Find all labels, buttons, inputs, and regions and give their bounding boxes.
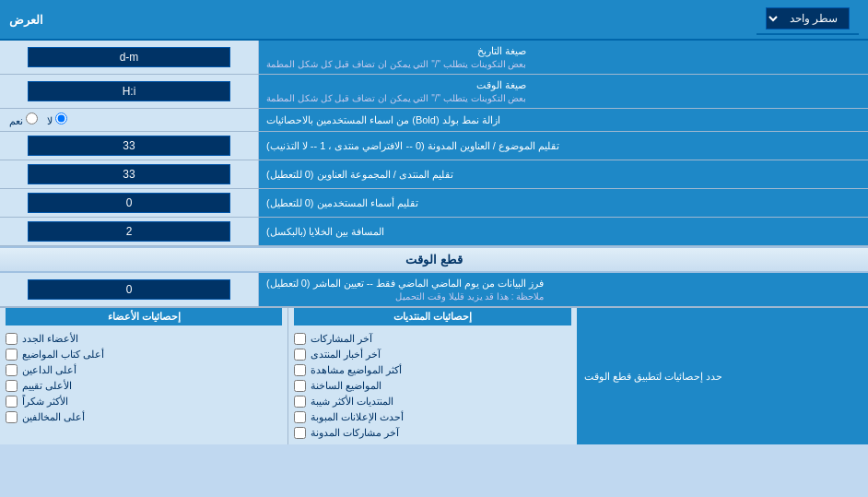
bold-remove-row: ازالة نمط بولد (Bold) من اسماء المستخدمي… — [0, 109, 868, 132]
forum-stats-col: إحصائيات المنتديات آخر المشاركات آخر أخب… — [287, 308, 576, 444]
checkbox-item-top-posters: أعلى كتاب المواضيع — [6, 349, 282, 361]
checkbox-item-hot-topics: المواضيع الساخنة — [294, 380, 570, 392]
bold-remove-radio-cell: لا نعم — [0, 109, 258, 131]
bold-yes-radio[interactable] — [26, 112, 38, 124]
checkbox-item-top-rated: الأعلى تقييم — [6, 380, 282, 392]
bold-no-label: لا — [47, 112, 67, 127]
time-cut-header: قطع الوقت — [0, 246, 868, 273]
bold-yes-label: نعم — [9, 112, 38, 127]
time-cut-label: فرز البيانات من يوم الماضي الماضي فقط --… — [258, 273, 868, 306]
display-select[interactable]: سطر واحد سطرين ثلاثة أسطر — [766, 7, 850, 30]
checkbox-item-popular-forums: المنتديات الأكثر شيبة — [294, 396, 570, 408]
date-format-input-cell — [0, 41, 258, 74]
topics-titles-input-cell — [0, 132, 258, 160]
checkbox-item-top-inviters: أعلى الداعين — [6, 364, 282, 376]
time-format-input-cell — [0, 75, 258, 108]
checkbox-new-members[interactable] — [6, 333, 18, 345]
checkbox-top-posters[interactable] — [6, 349, 18, 361]
member-stats-col: إحصائيات الأعضاء الأعضاء الجدد أعلى كتاب… — [0, 308, 287, 444]
bold-no-radio[interactable] — [55, 112, 67, 124]
time-cut-input[interactable] — [28, 279, 230, 300]
checkbox-most-viewed[interactable] — [294, 364, 306, 376]
forum-topics-row: تقليم المنتدى / المجموعة العناوين (0 للت… — [0, 160, 868, 189]
checkbox-section: حدد إحصائيات لتطبيق قطع الوقت إحصائيات ا… — [0, 307, 868, 444]
topics-titles-label: تقليم الموضوع / العناوين المدونة (0 -- ا… — [258, 132, 868, 160]
bold-remove-label: ازالة نمط بولد (Bold) من اسماء المستخدمي… — [258, 109, 868, 131]
checkbox-hot-topics[interactable] — [294, 380, 306, 392]
cell-spacing-row: المسافة بين الخلايا (بالبكسل) — [0, 218, 868, 246]
time-format-row: صيغة الوقت بعض التكوينات يتطلب "/" التي … — [0, 75, 868, 109]
cell-spacing-input[interactable] — [28, 221, 230, 242]
cell-spacing-label: المسافة بين الخلايا (بالبكسل) — [258, 218, 868, 245]
forum-topics-label: تقليم المنتدى / المجموعة العناوين (0 للت… — [258, 160, 868, 188]
forum-topics-input[interactable] — [28, 164, 230, 184]
checkbox-item-classified-ads: أحدث الإعلانات المبوبة — [294, 411, 570, 423]
time-format-label: صيغة الوقت بعض التكوينات يتطلب "/" التي … — [258, 75, 868, 108]
usernames-input[interactable] — [28, 193, 230, 213]
topics-titles-row: تقليم الموضوع / العناوين المدونة (0 -- ا… — [0, 132, 868, 160]
forum-topics-input-cell — [0, 160, 258, 188]
checkbox-item-blog-posts: آخر مشاركات المدونة — [294, 427, 570, 439]
checkbox-shares[interactable] — [294, 333, 306, 345]
checkbox-popular-forums[interactable] — [294, 396, 306, 408]
checkbox-top-violators[interactable] — [6, 411, 18, 423]
member-stats-header: إحصائيات الأعضاء — [6, 308, 282, 325]
usernames-input-cell — [0, 189, 258, 217]
select-wrap: سطر واحد سطرين ثلاثة أسطر — [757, 4, 859, 35]
main-header: سطر واحد سطرين ثلاثة أسطر العرض — [0, 0, 868, 41]
checkbox-forum-news[interactable] — [294, 349, 306, 361]
time-cut-row: فرز البيانات من يوم الماضي الماضي فقط --… — [0, 273, 868, 307]
checkbox-item-shares: آخر المشاركات — [294, 333, 570, 345]
stats-limit-label: حدد إحصائيات لتطبيق قطع الوقت — [577, 308, 868, 444]
checkbox-blog-posts[interactable] — [294, 427, 306, 439]
checkbox-item-most-viewed: أكثر المواضيع مشاهدة — [294, 364, 570, 376]
checkbox-top-rated[interactable] — [6, 380, 18, 392]
cell-spacing-input-cell — [0, 218, 258, 245]
time-cut-input-cell — [0, 273, 258, 306]
checkbox-item-forum-news: آخر أخبار المنتدى — [294, 349, 570, 361]
time-format-input[interactable] — [28, 81, 230, 101]
checkbox-item-top-violators: أعلى المخالفين — [6, 411, 282, 423]
checkbox-top-inviters[interactable] — [6, 364, 18, 376]
checkbox-item-most-thankful: الأكثر شكراً — [6, 396, 282, 408]
date-format-row: صيغة التاريخ بعض التكوينات يتطلب "/" الت… — [0, 41, 868, 75]
date-format-label: صيغة التاريخ بعض التكوينات يتطلب "/" الت… — [258, 41, 868, 74]
checkbox-item-new-members: الأعضاء الجدد — [6, 333, 282, 345]
topics-titles-input[interactable] — [28, 136, 230, 156]
main-container: سطر واحد سطرين ثلاثة أسطر العرض صيغة الت… — [0, 0, 868, 444]
usernames-row: تقليم أسماء المستخدمين (0 للتعطيل) — [0, 189, 868, 218]
page-title: العرض — [9, 13, 43, 27]
checkbox-most-thankful[interactable] — [6, 396, 18, 408]
forum-stats-header: إحصائيات المنتديات — [294, 308, 570, 325]
date-format-input[interactable] — [28, 47, 230, 67]
checkbox-classified-ads[interactable] — [294, 411, 306, 423]
usernames-label: تقليم أسماء المستخدمين (0 للتعطيل) — [258, 189, 868, 217]
